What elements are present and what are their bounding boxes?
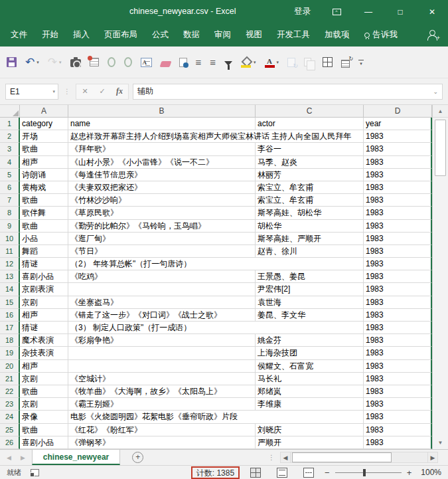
cell-D11[interactable]: 1983	[364, 245, 432, 258]
cell-D2[interactable]: 1983	[364, 130, 432, 143]
row-header-14[interactable]: 14	[0, 283, 20, 296]
cell-B8[interactable]: 《草原民歌》	[68, 207, 256, 219]
add-sheet-button[interactable]: +	[132, 452, 143, 463]
cell-D3[interactable]: 1983	[364, 143, 432, 155]
row-header-15[interactable]: 15	[0, 296, 20, 309]
select-all-corner[interactable]	[0, 105, 20, 118]
page-break-view-icon[interactable]	[303, 468, 314, 478]
record-cells-icon[interactable]	[90, 54, 99, 70]
horizontal-scrollbar-track[interactable]	[291, 452, 427, 463]
next-sheet-icon[interactable]: ▶	[21, 454, 25, 461]
dropdown-arrow-icon[interactable]: ▾	[277, 60, 279, 65]
cell-C21[interactable]: 马长礼	[256, 373, 364, 385]
cell-C18[interactable]: 姚金芬	[256, 334, 364, 347]
cell-B21[interactable]: 《空城计》	[68, 373, 256, 385]
cell-D17[interactable]: 1983	[364, 322, 432, 334]
cell-C1[interactable]: actor	[256, 118, 364, 130]
column-header-D[interactable]: D	[364, 105, 432, 118]
cell-A8[interactable]: 歌伴舞	[20, 207, 68, 219]
maximize-button[interactable]: □	[384, 0, 416, 23]
horizontal-scrollbar-thumb[interactable]	[292, 452, 392, 462]
cell-A2[interactable]: 开场	[20, 130, 68, 143]
zoom-in-button[interactable]: +	[407, 468, 412, 477]
cell-D6[interactable]: 1983	[364, 181, 432, 194]
cell-C19[interactable]: 上海杂技团	[256, 347, 364, 359]
ribbon-tab-developer[interactable]: 开发工具	[277, 23, 310, 47]
fill-color-icon[interactable]: ▾	[241, 54, 256, 70]
prev-sheet-icon[interactable]: ◀	[7, 454, 11, 461]
row-header-16[interactable]: 16	[0, 309, 20, 322]
cell-C8[interactable]: 斯琴高娃、胡松华	[256, 207, 364, 219]
cell-C25[interactable]: 刘晓庆	[256, 424, 364, 436]
row-header-10[interactable]: 10	[0, 233, 20, 245]
row-header-21[interactable]: 21	[0, 373, 20, 385]
cell-D18[interactable]: 1983	[364, 334, 432, 347]
cell-B19[interactable]	[68, 347, 256, 359]
cell-D25[interactable]: 1983	[364, 424, 432, 436]
cell-D19[interactable]: 1983	[364, 347, 432, 359]
splitter-dots-icon[interactable]: ⋮	[268, 454, 275, 461]
minimize-button[interactable]: —	[352, 0, 384, 23]
vertical-scrollbar[interactable]: ▲ ▼	[432, 105, 448, 449]
cell-B10[interactable]: 《逛厂甸》	[68, 233, 256, 245]
row-header-6[interactable]: 6	[0, 181, 20, 194]
cell-B13[interactable]: 《吃鸡》	[68, 270, 256, 283]
protect-document-icon[interactable]	[179, 54, 187, 70]
row-header-17[interactable]: 17	[0, 322, 20, 334]
row-header-4[interactable]: 4	[0, 156, 20, 169]
filter-icon[interactable]	[224, 54, 232, 70]
cell-C11[interactable]: 赵青、徐川	[256, 245, 364, 258]
cell-D10[interactable]: 1983	[364, 233, 432, 245]
cell-A5[interactable]: 诗朗诵	[20, 169, 68, 181]
row-header-11[interactable]: 11	[0, 245, 20, 258]
zoom-level[interactable]: 100%	[421, 468, 441, 477]
ribbon-tab-data[interactable]: 数据	[183, 23, 200, 47]
row-header-5[interactable]: 5	[0, 169, 20, 181]
column-header-C[interactable]: C	[256, 105, 364, 118]
cell-A4[interactable]: 相声	[20, 156, 68, 169]
cell-C22[interactable]: 郑绪岚	[256, 385, 364, 398]
ribbon-display-options-button[interactable]: ⌃	[321, 0, 352, 23]
column-header-B[interactable]: B	[68, 105, 256, 118]
cell-A12[interactable]: 猜谜	[20, 258, 68, 270]
column-header-A[interactable]: A	[20, 105, 68, 118]
cell-D20[interactable]: 1983	[364, 360, 432, 373]
cell-A25[interactable]: 歌曲	[20, 424, 68, 436]
text-box-icon[interactable]	[141, 54, 152, 70]
cell-B16[interactable]: 《错走了这一步》《对口词》《战士之歌》	[68, 309, 256, 322]
cell-B1[interactable]: name	[68, 118, 256, 130]
cell-C20[interactable]: 侯耀文、石富宽	[256, 360, 364, 373]
cell-C6[interactable]: 索宝立、牟玄甫	[256, 181, 364, 194]
cell-B20[interactable]	[68, 360, 256, 373]
tab-tell-me[interactable]: 告诉我	[364, 29, 398, 41]
cell-D13[interactable]: 1983	[364, 270, 432, 283]
cell-D24[interactable]: 1983	[364, 411, 432, 423]
cell-A24[interactable]: 录像	[20, 411, 68, 423]
row-header-22[interactable]: 22	[0, 385, 20, 398]
cancel-button[interactable]: ✕	[76, 87, 94, 96]
close-button[interactable]: ✕	[416, 0, 448, 23]
cell-B2[interactable]: 赵忠祥致开幕辞主持人介绍到场嘉宾相声大师侯宝林讲话 主持人向全国人民拜年	[68, 130, 364, 143]
cell-B23[interactable]: 《霸王别姬》	[68, 398, 256, 411]
dropdown-arrow-icon[interactable]: ▾	[59, 60, 62, 65]
cell-D7[interactable]: 1983	[364, 194, 432, 207]
row-header-26[interactable]: 26	[0, 436, 20, 449]
cell-B3[interactable]: 《拜年歌》	[68, 143, 256, 155]
cell-C23[interactable]: 李维康	[256, 398, 364, 411]
borders-icon[interactable]	[323, 54, 333, 70]
save-icon[interactable]	[7, 54, 17, 70]
cell-A11[interactable]: 舞蹈	[20, 245, 68, 258]
cell-A6[interactable]: 黄梅戏	[20, 181, 68, 194]
row-header-9[interactable]: 9	[0, 220, 20, 233]
row-header-7[interactable]: 7	[0, 194, 20, 207]
cell-B14[interactable]	[68, 283, 256, 296]
cell-A13[interactable]: 喜剧小品	[20, 270, 68, 283]
dropdown-arrow-icon[interactable]: ▾	[254, 60, 256, 65]
cell-C13[interactable]: 王景愚、姜昆	[256, 270, 364, 283]
cell-D15[interactable]: 1983	[364, 296, 432, 309]
cell-B9[interactable]: 《勤劳的比帕尔》《马铃响，玉鸟唱》	[68, 220, 256, 233]
oval-shape-icon[interactable]	[124, 54, 132, 70]
cell-B26[interactable]: 《弹钢琴》	[68, 436, 256, 449]
ribbon-tab-insert[interactable]: 插入	[73, 23, 90, 47]
cell-D23[interactable]: 1983	[364, 398, 432, 411]
